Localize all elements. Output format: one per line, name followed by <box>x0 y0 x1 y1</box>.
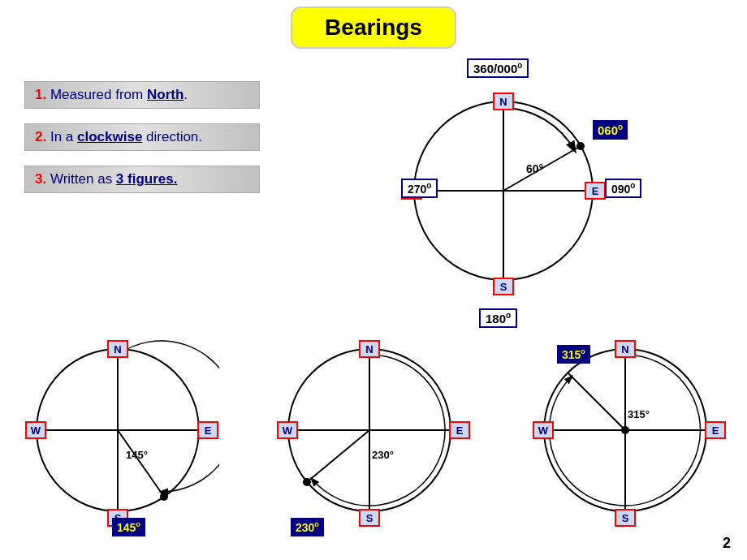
svg-text:W: W <box>283 424 293 437</box>
svg-point-46 <box>621 426 629 434</box>
svg-line-31 <box>307 430 369 482</box>
rule-1: 1. Measured from North. <box>24 81 260 109</box>
rule-2: 2. In a clockwise direction. <box>24 123 260 151</box>
rule-3: 3. Written as 3 figures. <box>24 166 260 193</box>
svg-line-45 <box>568 373 625 430</box>
bearing-label-060: 060o <box>593 120 628 140</box>
svg-text:E: E <box>456 424 464 437</box>
svg-text:145°: 145° <box>126 449 148 461</box>
svg-text:N: N <box>499 96 507 108</box>
compass-230: 230° N S W E <box>276 337 471 532</box>
svg-text:E: E <box>592 185 599 197</box>
svg-text:W: W <box>538 424 549 437</box>
svg-text:S: S <box>366 512 374 524</box>
svg-text:N: N <box>114 343 121 355</box>
compass-main: 60° N S W E <box>398 53 617 345</box>
svg-text:W: W <box>31 424 41 437</box>
compass-145: 145° N S W E <box>24 337 219 532</box>
bearing-label-230: 230o <box>291 518 324 536</box>
label-180: 180o <box>479 308 517 328</box>
bearing-label-145: 145o <box>112 518 145 536</box>
svg-text:N: N <box>365 343 373 355</box>
svg-text:315°: 315° <box>628 408 650 420</box>
svg-text:S: S <box>622 512 629 524</box>
svg-text:S: S <box>500 281 507 293</box>
svg-point-4 <box>576 142 585 150</box>
svg-line-17 <box>118 430 164 497</box>
svg-text:E: E <box>205 424 212 437</box>
page-number: 2 <box>723 535 731 552</box>
label-360: 360/000o <box>467 58 529 78</box>
compass-315: 315° N S W E <box>532 337 727 532</box>
label-090: 090o <box>605 179 641 198</box>
svg-text:60°: 60° <box>526 162 543 175</box>
svg-text:E: E <box>712 424 719 437</box>
svg-text:N: N <box>621 343 628 355</box>
label-270: 270o <box>401 179 438 198</box>
svg-point-32 <box>303 478 311 486</box>
svg-point-18 <box>160 493 168 501</box>
svg-text:230°: 230° <box>372 449 394 461</box>
page-title: Bearings <box>291 6 456 49</box>
bearing-label-315-top: 315o <box>557 345 590 364</box>
rules-panel: 1. Measured from North. 2. In a clockwis… <box>24 81 260 208</box>
